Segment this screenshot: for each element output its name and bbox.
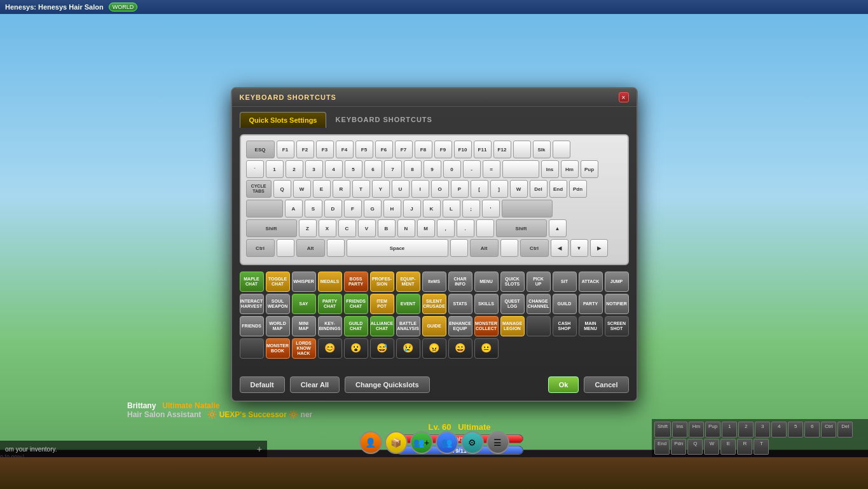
key-menu[interactable] [500, 239, 518, 257]
shortcut-quick-slots[interactable]: QUICKSLOTS [500, 272, 525, 292]
shortcut-guild[interactable]: GUILD [553, 294, 577, 314]
shortcut-attack[interactable]: ATTACK [579, 272, 603, 292]
default-button[interactable]: Default [240, 376, 285, 393]
shortcut-equipment[interactable]: EQUIP-MENT [396, 272, 420, 292]
key-l[interactable]: L [443, 200, 460, 217]
key-f2[interactable]: F2 [296, 141, 314, 158]
key-backslash[interactable]: W [510, 180, 528, 198]
shortcut-friends[interactable]: FRIENDS [240, 316, 264, 336]
key-up[interactable]: ▲ [549, 219, 567, 237]
key-hm[interactable]: Hm [561, 160, 579, 178]
shortcut-maple-chat[interactable]: MAPLECHAT [240, 272, 264, 292]
key-4[interactable]: 4 [325, 160, 343, 178]
shortcut-cash-shop[interactable]: CASHSHOP [553, 316, 577, 336]
key-f7[interactable]: F7 [395, 141, 413, 158]
shortcut-jump[interactable]: JUMP [605, 272, 629, 292]
shortcut-items[interactable]: IteMS [422, 272, 446, 292]
shortcut-toggle-chat[interactable]: TOGGLECHAT [266, 272, 290, 292]
shortcut-alliance-chat[interactable]: ALLIANCECHAT [370, 316, 394, 336]
shortcut-main-menu[interactable]: MAINMENU [579, 316, 603, 336]
key-o[interactable]: O [431, 180, 449, 198]
dialog-close-button[interactable]: × [619, 92, 629, 102]
shortcut-sit[interactable]: SIT [553, 272, 577, 292]
key-period[interactable]: . [457, 219, 474, 237]
shortcut-interact[interactable]: INTERACTHARVEST [240, 294, 264, 314]
key-1[interactable]: 1 [266, 160, 284, 178]
key-v[interactable]: V [358, 219, 376, 237]
shortcut-face3[interactable]: 😅 [370, 338, 394, 359]
key-f3[interactable]: F3 [316, 141, 334, 158]
key-win2[interactable] [450, 239, 468, 257]
shortcut-quest-log[interactable]: QUESTLOG [500, 294, 525, 314]
shortcut-boss-party[interactable]: BOSSPARTY [344, 272, 368, 292]
shortcut-stats[interactable]: STATS [448, 294, 472, 314]
key-q[interactable]: Q [273, 180, 291, 198]
key-slash[interactable] [476, 219, 494, 237]
shortcut-face5[interactable]: 😠 [422, 338, 446, 359]
shortcut-profession[interactable]: PROFES-SION [370, 272, 394, 292]
shortcut-whisper[interactable]: WHISPER [292, 272, 316, 292]
key-a[interactable]: A [285, 200, 303, 217]
shortcut-battle-analysis[interactable]: BATTLEANALYSIS [396, 316, 420, 336]
key-e[interactable]: E [313, 180, 331, 198]
shortcut-item-pot[interactable]: ITEMPOT [370, 294, 394, 314]
shortcut-lords-hack[interactable]: LORDSKNOWHACK [292, 338, 316, 359]
key-fn[interactable] [277, 239, 294, 257]
clear-all-button[interactable]: Clear All [290, 376, 340, 393]
shortcut-manage-legion[interactable]: MANAGELEGION [500, 316, 525, 336]
key-comma[interactable]: , [437, 219, 455, 237]
shortcut-say[interactable]: SAY [292, 294, 316, 314]
key-f9[interactable]: F9 [434, 141, 452, 158]
key-backspace[interactable] [502, 160, 539, 178]
key-lbracket[interactable]: [ [471, 180, 488, 198]
shortcut-party-chat[interactable]: PARTYCHAT [318, 294, 342, 314]
cancel-button[interactable]: Cancel [584, 376, 628, 393]
shortcut-empty2[interactable] [240, 338, 264, 359]
shortcut-enhance-equip[interactable]: ENHANCEEQUIP [448, 316, 472, 336]
key-capslock[interactable] [246, 200, 283, 217]
key-win[interactable] [327, 239, 345, 257]
key-7[interactable]: 7 [384, 160, 402, 178]
shortcut-monster-book[interactable]: MONSTERBOOK [266, 338, 290, 359]
key-ins[interactable]: Ins [541, 160, 559, 178]
shortcut-friends-chat[interactable]: FRIENDSCHAT [344, 294, 368, 314]
key-rbracket[interactable]: ] [490, 180, 508, 198]
key-minus[interactable]: - [463, 160, 481, 178]
key-u[interactable]: U [392, 180, 410, 198]
key-enter[interactable] [502, 200, 553, 217]
key-x[interactable]: X [319, 219, 336, 237]
shortcut-char-info[interactable]: CHARINFO [448, 272, 472, 292]
shortcut-event[interactable]: EVENT [396, 294, 420, 314]
key-t[interactable]: T [352, 180, 370, 198]
shortcut-guild-chat[interactable]: GUILDCHAT [344, 316, 368, 336]
key-p[interactable]: P [451, 180, 469, 198]
key-f5[interactable]: F5 [355, 141, 373, 158]
key-semicolon[interactable]: ; [462, 200, 480, 217]
shortcut-pick-up[interactable]: PICKUP [527, 272, 551, 292]
key-n[interactable]: N [397, 219, 415, 237]
key-equals[interactable]: = [483, 160, 500, 178]
key-right[interactable]: ▶ [590, 239, 608, 257]
shortcut-guide[interactable]: GUIDE [422, 316, 446, 336]
key-shift-right[interactable]: Shift [496, 219, 547, 237]
key-0[interactable]: 0 [443, 160, 461, 178]
key-pup[interactable]: Pup [581, 160, 598, 178]
key-2[interactable]: 2 [286, 160, 303, 178]
key-slk[interactable]: Slk [533, 141, 551, 158]
shortcut-face6[interactable]: 😄 [448, 338, 472, 359]
key-shift-left[interactable]: Shift [246, 219, 297, 237]
key-f8[interactable]: F8 [415, 141, 432, 158]
key-r[interactable]: R [333, 180, 350, 198]
key-i[interactable]: I [411, 180, 429, 198]
key-m[interactable]: M [417, 219, 435, 237]
key-f6[interactable]: F6 [375, 141, 393, 158]
key-8[interactable]: 8 [404, 160, 422, 178]
shortcut-menu[interactable]: MENU [474, 272, 499, 292]
shortcut-empty1[interactable] [527, 316, 551, 336]
key-f12[interactable]: F12 [493, 141, 511, 158]
key-alt-right[interactable]: Alt [470, 239, 499, 257]
key-quote[interactable]: ' [482, 200, 500, 217]
key-z[interactable]: Z [299, 219, 317, 237]
key-ctrl-left[interactable]: Ctrl [246, 239, 275, 257]
key-f4[interactable]: F4 [336, 141, 354, 158]
